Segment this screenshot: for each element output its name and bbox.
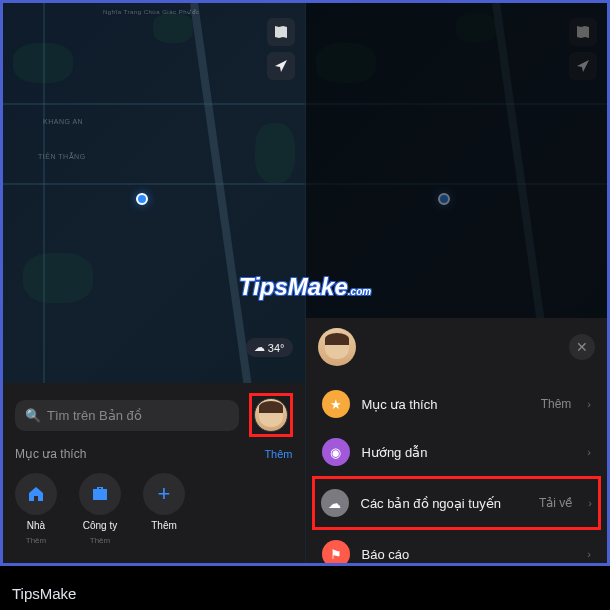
star-icon: ★	[322, 390, 350, 418]
profile-avatar-large[interactable]	[318, 328, 356, 366]
cloud-download-icon: ☁	[321, 489, 349, 517]
locate-button[interactable]	[267, 52, 295, 80]
favorite-home[interactable]: Nhà Thêm	[15, 473, 57, 545]
footer-brand: TipsMake	[12, 585, 76, 602]
chevron-right-icon: ›	[587, 398, 591, 410]
map-label: TIÊN THẮNG	[38, 153, 86, 161]
profile-menu-sheet: ✕ ★ Mục ưa thích Thêm › ◉ Hướng dẫn › ☁ …	[306, 318, 608, 563]
plus-icon: +	[143, 473, 185, 515]
avatar-highlight	[249, 393, 293, 437]
map-label: KHANG AN	[43, 118, 83, 125]
user-location-dot	[136, 193, 148, 205]
favorite-sublabel: Thêm	[26, 536, 46, 545]
map-controls	[267, 18, 295, 80]
map-mode-button[interactable]	[569, 18, 597, 46]
side-by-side-screenshots: KHANG AN TIÊN THẮNG Nghĩa Trang Chùa Giá…	[0, 0, 610, 566]
favorite-label: Công ty	[83, 520, 117, 531]
search-icon: 🔍	[25, 408, 41, 423]
chevron-right-icon: ›	[588, 497, 592, 509]
user-location-dot	[438, 193, 450, 205]
favorite-label: Thêm	[151, 520, 177, 531]
map-label: Nghĩa Trang Chùa Giác Phước	[103, 8, 200, 15]
location-icon: ◉	[322, 438, 350, 466]
menu-report[interactable]: ⚑ Báo cáo ›	[318, 530, 596, 563]
favorite-add[interactable]: + Thêm	[143, 473, 185, 545]
menu-offline-maps[interactable]: ☁ Các bản đồ ngoại tuyến Tải về ›	[312, 476, 602, 530]
search-input[interactable]: 🔍 Tìm trên Bản đồ	[15, 400, 239, 431]
menu-guides[interactable]: ◉ Hướng dẫn ›	[318, 428, 596, 476]
watermark: TipsMake.com	[239, 273, 371, 301]
chevron-right-icon: ›	[587, 548, 591, 560]
close-icon: ✕	[576, 339, 588, 355]
bottom-sheet: 🔍 Tìm trên Bản đồ Mục ưa thích Thêm Nhà …	[3, 383, 305, 563]
favorites-add-link[interactable]: Thêm	[264, 448, 292, 460]
briefcase-icon	[79, 473, 121, 515]
map-mode-button[interactable]	[267, 18, 295, 46]
close-button[interactable]: ✕	[569, 334, 595, 360]
menu-label: Hướng dẫn	[362, 445, 576, 460]
home-icon	[15, 473, 57, 515]
locate-button[interactable]	[569, 52, 597, 80]
menu-action: Thêm	[541, 397, 572, 411]
weather-badge[interactable]: ☁ 34°	[246, 338, 293, 357]
favorites-title: Mục ưa thích	[15, 447, 86, 461]
weather-temp: 34°	[268, 342, 285, 354]
menu-action: Tải về	[539, 496, 572, 510]
menu-label: Các bản đồ ngoại tuyến	[361, 496, 527, 511]
menu-favorites[interactable]: ★ Mục ưa thích Thêm ›	[318, 380, 596, 428]
favorite-label: Nhà	[27, 520, 45, 531]
favorite-sublabel	[163, 536, 165, 545]
favorite-work[interactable]: Công ty Thêm	[79, 473, 121, 545]
profile-avatar[interactable]	[254, 398, 288, 432]
favorites-row: Nhà Thêm Công ty Thêm + Thêm	[15, 469, 293, 553]
search-placeholder: Tìm trên Bản đồ	[47, 408, 142, 423]
menu-label: Mục ưa thích	[362, 397, 529, 412]
chevron-right-icon: ›	[587, 446, 591, 458]
favorite-sublabel: Thêm	[90, 536, 110, 545]
cloud-icon: ☁	[254, 341, 265, 354]
flag-icon: ⚑	[322, 540, 350, 563]
menu-label: Báo cáo	[362, 547, 576, 562]
